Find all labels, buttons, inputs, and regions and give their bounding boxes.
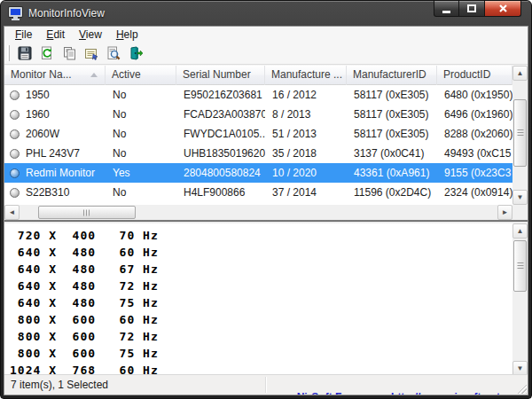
display-mode-line[interactable]: 640 X 480 75 Hz — [10, 294, 512, 311]
cell-text: Redmi Monitor — [26, 167, 95, 179]
scroll-up-icon[interactable]: ▲ — [512, 223, 528, 239]
cell-manufacturer_id: 58117 (0xE305) — [347, 105, 437, 124]
app-window: MonitorInfoView FileEditViewHelp — [0, 0, 532, 399]
scroll-up-icon[interactable]: ▲ — [512, 66, 528, 81]
cell-product_id: 2324 (0x0914) — [437, 183, 512, 202]
cell-text: E950216Z03681 — [184, 89, 262, 101]
display-mode-line[interactable]: 800 X 600 60 Hz — [10, 311, 512, 328]
cell-name: 1950 — [4, 85, 106, 105]
table-row[interactable]: PHL 243V7NoUHB183501962035 / 20183137 (0… — [4, 144, 512, 163]
cell-text: No — [113, 108, 126, 121]
cell-manufacture: 16 / 2012 — [265, 85, 347, 105]
maximize-button[interactable] — [459, 1, 484, 17]
properties-button[interactable] — [80, 43, 102, 63]
display-mode-line[interactable]: 640 X 480 60 Hz — [10, 244, 512, 261]
column-header-label: Manufacture ... — [271, 68, 342, 81]
list-horizontal-scrollbar[interactable]: ◄ ► — [4, 205, 512, 220]
table-row[interactable]: 1950NoE950216Z0368116 / 201258117 (0xE30… — [4, 85, 512, 105]
table-row[interactable]: 1960NoFCAD23A0038708 / 201358117 (0xE305… — [4, 105, 512, 124]
cell-active: No — [106, 183, 176, 202]
cell-text: No — [113, 89, 126, 101]
close-icon — [498, 4, 508, 13]
display-mode-line[interactable]: 720 X 400 70 Hz — [10, 227, 512, 244]
cell-manufacture: 51 / 2013 — [265, 124, 347, 144]
cell-text: 58117 (0xE305) — [354, 108, 429, 121]
column-header-active[interactable]: Active — [106, 66, 176, 85]
refresh-button[interactable] — [35, 43, 58, 63]
minimize-button[interactable] — [434, 1, 459, 17]
cell-active: No — [106, 105, 176, 124]
exit-button[interactable] — [124, 43, 146, 63]
copy-icon — [62, 46, 76, 60]
table-row[interactable]: S22B310NoH4LF90086637 / 201411596 (0x2D4… — [4, 183, 512, 202]
cell-text: 2804800580824 — [184, 167, 261, 179]
exit-icon — [129, 46, 143, 60]
column-header-name[interactable]: Monitor Na... — [4, 66, 106, 85]
menu-item-help[interactable]: Help — [109, 27, 145, 42]
table-row[interactable]: 2060WNoFWYDC1A0105...51 / 201358117 (0xE… — [4, 124, 512, 144]
monitor-icon — [10, 90, 20, 100]
cell-text: 8288 (0x2060) — [444, 128, 512, 140]
display-mode-line[interactable]: 800 X 600 75 Hz — [10, 345, 512, 362]
display-mode-line[interactable]: 800 X 600 72 Hz — [10, 328, 512, 345]
cell-text: 58117 (0xE305) — [354, 128, 429, 140]
find-button[interactable] — [102, 43, 124, 63]
details-vertical-scrollbar[interactable]: ▲ ▼ — [512, 223, 528, 376]
save-icon — [18, 46, 32, 60]
scroll-down-icon[interactable]: ▼ — [512, 190, 528, 205]
sort-ascending-icon — [90, 73, 98, 77]
menu-bar: FileEditViewHelp — [4, 27, 528, 43]
horizontal-scroll-thumb[interactable] — [38, 206, 136, 219]
menu-item-edit[interactable]: Edit — [39, 27, 72, 42]
cell-serial: H4LF900866 — [176, 183, 265, 202]
monitor-icon — [10, 149, 20, 159]
cell-text: FCAD23A003870 — [184, 108, 265, 121]
cell-product_id: 49493 (0xC15 — [437, 144, 512, 163]
cell-manufacturer_id: 58117 (0xE305) — [347, 124, 437, 144]
scroll-right-icon[interactable]: ► — [497, 205, 512, 220]
menu-item-file[interactable]: File — [8, 27, 39, 42]
cell-active: Yes — [106, 163, 176, 183]
scroll-left-icon[interactable]: ◄ — [4, 205, 20, 220]
cell-text: 2060W — [26, 128, 59, 140]
column-header-manufacturer_id[interactable]: ManufacturerID — [347, 66, 437, 85]
cell-serial: E950216Z03681 — [176, 85, 265, 105]
monitor-icon — [10, 110, 20, 120]
title-bar[interactable]: MonitorInfoView — [4, 1, 528, 26]
vertical-scroll-thumb[interactable] — [513, 240, 527, 292]
column-header-label: Serial Number — [183, 68, 251, 81]
column-header-manufacture[interactable]: Manufacture ... — [265, 66, 347, 85]
status-bar: 7 item(s), 1 Selected NirSoft Freeware.h… — [4, 374, 528, 395]
cell-text: 1950 — [26, 89, 50, 101]
vertical-scroll-thumb[interactable] — [513, 99, 527, 167]
refresh-icon — [40, 46, 54, 60]
copy-button[interactable] — [58, 43, 80, 63]
cell-manufacturer_id: 11596 (0x2D4C) — [347, 183, 437, 202]
cell-text: 9155 (0x23C3 — [444, 167, 511, 179]
resize-grip[interactable] — [515, 382, 527, 394]
list-vertical-scrollbar[interactable]: ▲ ▼ — [512, 66, 528, 205]
cell-text: 37 / 2014 — [272, 186, 317, 199]
cell-text: S22B310 — [26, 186, 69, 199]
display-mode-line[interactable]: 640 X 480 67 Hz — [10, 261, 512, 278]
cell-manufacturer_id: 3137 (0x0C41) — [347, 144, 437, 163]
column-header-product_id[interactable]: ProductID — [437, 66, 512, 85]
client-area: FileEditViewHelp — [4, 26, 528, 395]
table-row[interactable]: Redmi MonitorYes280480058082410 / 202043… — [4, 163, 512, 183]
column-header-label: Monitor Na... — [11, 68, 72, 81]
menu-item-view[interactable]: View — [72, 27, 109, 42]
close-button[interactable] — [484, 1, 521, 17]
cell-text: UHB1835019620 — [184, 147, 265, 160]
scrollbar-corner — [512, 205, 528, 220]
save-button[interactable] — [13, 43, 35, 63]
properties-icon — [84, 46, 98, 60]
status-item-count: 7 item(s), 1 Selected — [11, 379, 108, 391]
cell-text: No — [113, 128, 126, 140]
monitor-icon — [10, 168, 20, 178]
column-header-serial[interactable]: Serial Number — [176, 66, 265, 85]
nirsoft-url-link[interactable]: http://www.nirsoft.net — [391, 391, 500, 395]
display-mode-line[interactable]: 640 X 480 72 Hz — [10, 278, 512, 294]
cell-manufacturer_id: 58117 (0xE305) — [347, 85, 437, 105]
monitor-icon — [10, 188, 20, 198]
monitor-icon — [10, 129, 20, 139]
